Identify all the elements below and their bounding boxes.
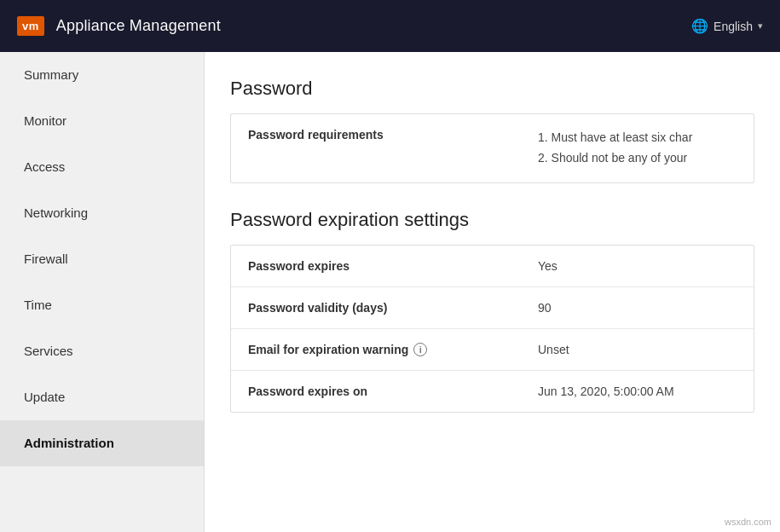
password-expires-label: Password expires: [248, 259, 538, 273]
sidebar-item-label: Summary: [24, 67, 78, 82]
chevron-down-icon: ▾: [758, 20, 763, 32]
vm-logo: vm: [17, 16, 44, 36]
sidebar-item-label: Firewall: [24, 252, 68, 266]
password-expires-value: Yes: [538, 259, 737, 273]
sidebar-item-monitor[interactable]: Monitor: [0, 98, 204, 144]
language-selector[interactable]: 🌐 English ▾: [691, 18, 763, 34]
language-label: English: [714, 20, 753, 33]
password-requirements-label: Password requirements: [248, 128, 538, 142]
sidebar-item-label: Update: [24, 390, 65, 404]
sidebar-item-update[interactable]: Update: [0, 374, 204, 420]
sidebar-item-firewall[interactable]: Firewall: [0, 236, 204, 282]
sidebar-item-label: Administration: [24, 436, 114, 450]
sidebar-item-administration[interactable]: Administration: [0, 420, 204, 466]
sidebar: Summary Monitor Access Networking Firewa…: [0, 52, 205, 532]
sidebar-item-label: Services: [24, 344, 73, 358]
header-left: vm Appliance Management: [17, 16, 221, 36]
table-row: Password expires on Jun 13, 2020, 5:00:0…: [231, 371, 754, 412]
sidebar-item-label: Access: [24, 159, 65, 174]
expiration-section-title: Password expiration settings: [230, 209, 754, 231]
sidebar-item-services[interactable]: Services: [0, 328, 204, 374]
sidebar-item-time[interactable]: Time: [0, 282, 204, 328]
expiration-card: Password expires Yes Password validity (…: [230, 245, 754, 413]
table-row: Password expires Yes: [231, 246, 754, 287]
sidebar-item-summary[interactable]: Summary: [0, 52, 204, 98]
sidebar-item-access[interactable]: Access: [0, 144, 204, 190]
app-header: vm Appliance Management 🌐 English ▾: [0, 0, 780, 52]
password-section-title: Password: [230, 78, 754, 100]
table-row: Email for expiration warning i Unset: [231, 329, 754, 371]
app-title: Appliance Management: [56, 17, 221, 35]
password-validity-label: Password validity (days): [248, 301, 538, 315]
table-row: Password requirements 1. Must have at le…: [231, 114, 754, 182]
sidebar-item-label: Time: [24, 298, 52, 312]
app-body: Summary Monitor Access Networking Firewa…: [0, 52, 780, 532]
password-requirements-card: Password requirements 1. Must have at le…: [230, 113, 754, 183]
password-expires-on-value: Jun 13, 2020, 5:00:00 AM: [538, 385, 737, 398]
password-validity-value: 90: [538, 301, 737, 315]
sidebar-item-label: Monitor: [24, 113, 66, 128]
sidebar-item-label: Networking: [24, 205, 88, 220]
watermark: wsxdn.com: [725, 517, 771, 527]
globe-icon: 🌐: [691, 18, 708, 34]
table-row: Password validity (days) 90: [231, 287, 754, 329]
email-expiration-value: Unset: [538, 343, 737, 356]
sidebar-item-networking[interactable]: Networking: [0, 190, 204, 236]
info-icon[interactable]: i: [413, 343, 427, 356]
main-content: Password Password requirements 1. Must h…: [205, 52, 780, 532]
email-expiration-label: Email for expiration warning i: [248, 343, 538, 356]
password-requirements-value: 1. Must have at least six char 2. Should…: [538, 128, 692, 169]
password-expires-on-label: Password expires on: [248, 385, 538, 398]
